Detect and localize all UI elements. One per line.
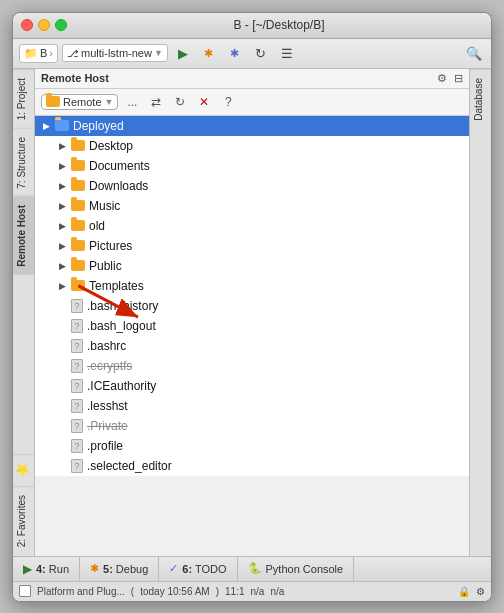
file-tree[interactable]: ▶ Deployed ▶ Desktop ▶ Documents bbox=[35, 116, 469, 476]
status-col: n/a bbox=[250, 586, 264, 597]
run-button[interactable]: ▶ bbox=[172, 42, 194, 64]
item-label: .bash_logout bbox=[87, 319, 156, 333]
main-area: 1: Project 7: Structure Remote Host ⭐ 2:… bbox=[13, 69, 491, 556]
file-icon bbox=[71, 359, 83, 373]
close-button[interactable] bbox=[21, 19, 33, 31]
tree-item[interactable]: ▶ Public bbox=[35, 256, 469, 276]
item-label: Desktop bbox=[89, 139, 133, 153]
tree-item[interactable]: .selected_editor bbox=[35, 456, 469, 476]
tab-todo[interactable]: ✓ 6: TODO bbox=[159, 557, 237, 581]
transfer-button[interactable]: ⇄ bbox=[146, 92, 166, 112]
file-icon bbox=[71, 459, 83, 473]
status-timestamp: ( bbox=[131, 586, 134, 597]
python-tab-label: Python Console bbox=[266, 563, 344, 575]
coverage-button[interactable]: ✱ bbox=[224, 42, 246, 64]
maximize-button[interactable] bbox=[55, 19, 67, 31]
debug-icon: ✱ bbox=[90, 562, 99, 575]
expand-arrow: ▶ bbox=[59, 281, 71, 291]
file-icon bbox=[71, 439, 83, 453]
tree-item[interactable]: ▶ Deployed bbox=[35, 116, 469, 136]
item-label: .profile bbox=[87, 439, 123, 453]
tree-item[interactable]: .ecryptfs bbox=[35, 356, 469, 376]
tab-run[interactable]: ▶ 4: Run bbox=[13, 557, 80, 581]
item-label: Templates bbox=[89, 279, 144, 293]
item-label: Pictures bbox=[89, 239, 132, 253]
left-sidebar-tabs: 1: Project 7: Structure Remote Host ⭐ 2:… bbox=[13, 69, 35, 556]
remote-dropdown[interactable]: Remote ▼ bbox=[41, 94, 118, 110]
file-icon bbox=[71, 319, 83, 333]
tree-item[interactable]: .Private bbox=[35, 416, 469, 436]
window-title: B - [~/Desktop/B] bbox=[75, 18, 483, 32]
folder-icon bbox=[71, 200, 85, 211]
expand-arrow: ▶ bbox=[59, 241, 71, 251]
reload-button[interactable]: ↻ bbox=[250, 42, 272, 64]
browse-button[interactable]: ... bbox=[122, 92, 142, 112]
file-icon bbox=[71, 419, 83, 433]
item-label: .lesshst bbox=[87, 399, 128, 413]
tree-item[interactable]: .bash_logout bbox=[35, 316, 469, 336]
main-toolbar: 📁 B › ⎇ multi-lstm-new ▼ ▶ ✱ ✱ ↻ ☰ 🔍 bbox=[13, 39, 491, 69]
file-tree-wrapper: ▶ Deployed ▶ Desktop ▶ Documents bbox=[35, 116, 469, 556]
sidebar-item-remote-host[interactable]: Remote Host bbox=[13, 196, 34, 275]
tree-item[interactable]: .profile bbox=[35, 436, 469, 456]
sidebar-item-database[interactable]: Database bbox=[470, 69, 491, 129]
search-button[interactable]: 🔍 bbox=[463, 42, 485, 64]
lock-icon: 🔒 bbox=[458, 586, 470, 597]
tree-item[interactable]: .ICEauthority bbox=[35, 376, 469, 396]
folder-icon bbox=[71, 220, 85, 231]
file-icon bbox=[71, 399, 83, 413]
layout-icon[interactable]: ⊟ bbox=[454, 72, 463, 85]
sidebar-item-favorites[interactable]: ⭐ bbox=[13, 454, 34, 486]
settings-icon-status: ⚙ bbox=[476, 586, 485, 597]
tab-python-console[interactable]: 🐍 Python Console bbox=[238, 557, 355, 581]
tree-item[interactable]: .bashrc bbox=[35, 336, 469, 356]
tree-item[interactable]: ▶ Downloads bbox=[35, 176, 469, 196]
remote-host-title: Remote Host bbox=[41, 72, 109, 84]
minimize-button[interactable] bbox=[38, 19, 50, 31]
todo-icon: ✓ bbox=[169, 562, 178, 575]
status-checkbox[interactable] bbox=[19, 585, 31, 597]
tree-item[interactable]: ▶ Pictures bbox=[35, 236, 469, 256]
tree-item[interactable]: ▶ Documents bbox=[35, 156, 469, 176]
item-label: Music bbox=[89, 199, 120, 213]
file-icon bbox=[71, 379, 83, 393]
folder-icon bbox=[71, 180, 85, 191]
expand-arrow: ▶ bbox=[59, 161, 71, 171]
titlebar: B - [~/Desktop/B] bbox=[13, 13, 491, 39]
refresh-button[interactable]: ↻ bbox=[170, 92, 190, 112]
item-label: Downloads bbox=[89, 179, 148, 193]
tab-debug[interactable]: ✱ 5: Debug bbox=[80, 557, 159, 581]
status-time: today 10:56 AM bbox=[140, 586, 210, 597]
expand-arrow: ▶ bbox=[59, 201, 71, 211]
settings-icon[interactable]: ⚙ bbox=[437, 72, 447, 85]
item-label: .bash_history bbox=[87, 299, 158, 313]
tree-item-templates[interactable]: ▶ Templates bbox=[35, 276, 469, 296]
traffic-lights bbox=[21, 19, 67, 31]
help-button[interactable]: ? bbox=[218, 92, 238, 112]
run-tab-label: 4: Run bbox=[36, 563, 69, 575]
item-label: .ecryptfs bbox=[87, 359, 132, 373]
branch-selector[interactable]: ⎇ multi-lstm-new ▼ bbox=[62, 44, 168, 62]
sidebar-item-structure[interactable]: 7: Structure bbox=[13, 128, 34, 197]
remove-button[interactable]: ✕ bbox=[194, 92, 214, 112]
tree-item[interactable]: ▶ Music bbox=[35, 196, 469, 216]
folder-icon bbox=[55, 120, 69, 131]
tree-item[interactable]: .lesshst bbox=[35, 396, 469, 416]
folder-icon bbox=[71, 160, 85, 171]
sidebar-item-project[interactable]: 1: Project bbox=[13, 69, 34, 128]
file-icon bbox=[71, 299, 83, 313]
tree-item[interactable]: .bash_history bbox=[35, 296, 469, 316]
sidebar-item-favorites-label[interactable]: 2: Favorites bbox=[13, 486, 34, 555]
breadcrumb[interactable]: 📁 B › bbox=[19, 44, 58, 63]
tree-item[interactable]: ▶ old bbox=[35, 216, 469, 236]
item-label: .bashrc bbox=[87, 339, 126, 353]
expand-arrow: ▶ bbox=[59, 141, 71, 151]
expand-arrow: ▶ bbox=[43, 121, 55, 131]
folder-icon bbox=[71, 240, 85, 251]
tree-item[interactable]: ▶ Desktop bbox=[35, 136, 469, 156]
queue-button[interactable]: ☰ bbox=[276, 42, 298, 64]
debug-button[interactable]: ✱ bbox=[198, 42, 220, 64]
item-label: .Private bbox=[87, 419, 128, 433]
right-sidebar-tabs: Database bbox=[469, 69, 491, 556]
remote-folder-icon bbox=[46, 96, 60, 107]
